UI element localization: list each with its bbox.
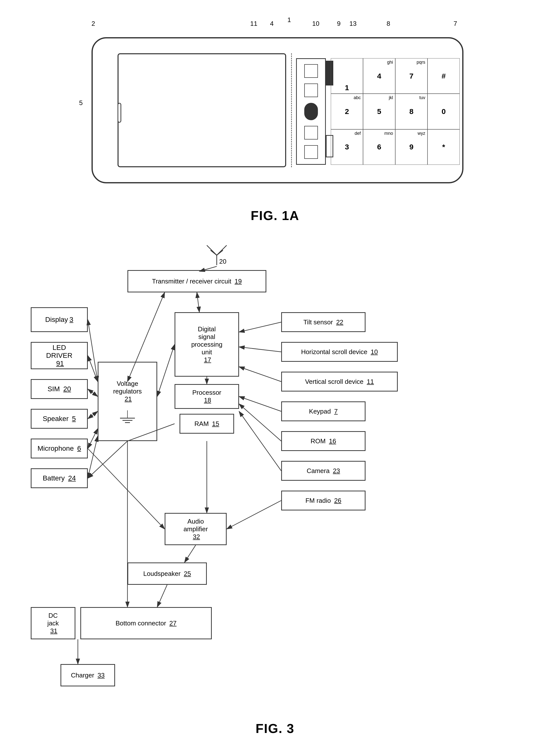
key-2[interactable]: abc 2 [331,94,363,129]
audio-amp-block: Audio amplifier 32 [165,513,227,545]
camera-block: Camera 23 [281,461,366,481]
fig1a-caption: FIG. 1A [251,208,299,223]
svg-line-20 [239,367,281,382]
speaker-block: Speaker 5 [31,409,88,429]
key-9[interactable]: wyz 9 [395,129,428,165]
key-7[interactable]: pqrs 7 [395,58,428,94]
svg-line-10 [88,320,98,382]
svg-line-13 [88,411,98,419]
processor-block: Processor 18 [174,384,239,409]
key-star[interactable]: * [428,129,460,165]
svg-line-11 [88,356,98,382]
ref-8: 8 [387,20,390,28]
key-3[interactable]: def 3 [331,129,363,165]
fig3-caption: FIG. 3 [21,721,529,736]
loudspeaker-block: Loudspeaker 25 [127,562,207,585]
fm-radio-block: FM radio 26 [281,491,366,510]
antenna-ref: 20 [219,258,226,265]
tilt-sensor-block: Tilt sensor 22 [281,312,366,332]
key-hash[interactable]: # [428,58,460,94]
svg-line-15 [88,436,98,478]
key-8[interactable]: tuv 8 [395,94,428,129]
device-speaker-slot [117,103,121,123]
ref-1: 1 [288,16,291,24]
key-4[interactable]: ghi 4 [363,58,395,94]
svg-line-29 [88,448,165,529]
nav-key-4[interactable] [304,145,318,159]
antenna-symbol: 20 [204,243,229,269]
nav-keys-panel [296,58,326,165]
rom-block: ROM 16 [281,431,366,451]
numpad-grid: 1 ghi 4 pqrs 7 # abc [331,58,460,165]
device-body: 1 ghi 4 pqrs 7 # abc [91,37,464,183]
svg-line-22 [239,404,281,441]
ram-block: RAM 15 [179,414,234,434]
key-5[interactable]: jkl 5 [363,94,395,129]
ref-13: 13 [350,20,357,28]
svg-line-27 [184,545,196,562]
charger-block: Charger 33 [60,664,115,686]
dc-jack-block: DC jack 31 [31,607,75,639]
svg-line-31 [157,585,167,607]
battery-block: Battery 24 [31,468,88,488]
device-diagram: 2 11 4 1 10 9 13 8 7 5 3 9 12 [77,30,473,198]
microphone-block: Microphone 6 [31,439,88,458]
voltage-reg-block: Voltage regulators 21 [98,362,157,441]
fig1a-section: 2 11 4 1 10 9 13 8 7 5 3 9 12 [20,15,530,223]
nav-key-3[interactable] [304,126,318,140]
ref-10: 10 [312,20,320,28]
svg-line-12 [88,389,98,396]
transmitter-block: Transmitter / receiver circuit 19 [127,270,266,292]
page-container: 2 11 4 1 10 9 13 8 7 5 3 9 12 [0,0,550,756]
nav-key-2[interactable] [304,84,318,97]
svg-line-23 [239,411,281,471]
h-scroll-block: Horizontal scroll device 10 [281,342,398,362]
nav-key-center[interactable] [304,103,318,120]
nav-key-1[interactable] [304,64,318,78]
ref-5: 5 [79,99,83,107]
dsp-block: Digital signal processing unit 17 [174,312,239,377]
bottom-connector-block: Bottom connector 27 [80,607,212,639]
svg-line-3 [210,250,217,255]
device-screen [117,53,286,167]
keypad-block: Keypad 7 [281,401,366,421]
led-driver-block: LED DRIVER 91 [31,342,88,369]
connections-svg [21,243,529,714]
v-scroll-block: Vertical scroll device 11 [281,372,398,392]
ref-7: 7 [454,20,457,28]
sim-block: SIM 20 [31,379,88,399]
svg-line-14 [88,429,98,448]
display-block: Display 3 [31,307,88,332]
ref-4: 4 [270,20,273,28]
key-6[interactable]: mno 6 [363,129,395,165]
fig3-section: 20 Transmitter / receiver circuit 19 Dis… [21,243,529,736]
block-diagram: 20 Transmitter / receiver circuit 19 Dis… [21,243,529,714]
svg-line-4 [217,250,223,255]
ref-11: 11 [250,20,257,28]
svg-line-19 [239,347,281,352]
svg-line-18 [239,322,281,332]
svg-line-24 [227,501,281,529]
ref-2: 2 [91,20,95,28]
key-0[interactable]: 0 [428,94,460,129]
svg-line-26 [88,441,127,478]
svg-line-16 [157,344,174,396]
svg-line-9 [197,292,199,312]
key-1[interactable]: 1 [331,58,363,94]
dotted-divider [291,53,292,167]
svg-line-21 [239,396,281,411]
ref-9a: 9 [337,20,341,28]
